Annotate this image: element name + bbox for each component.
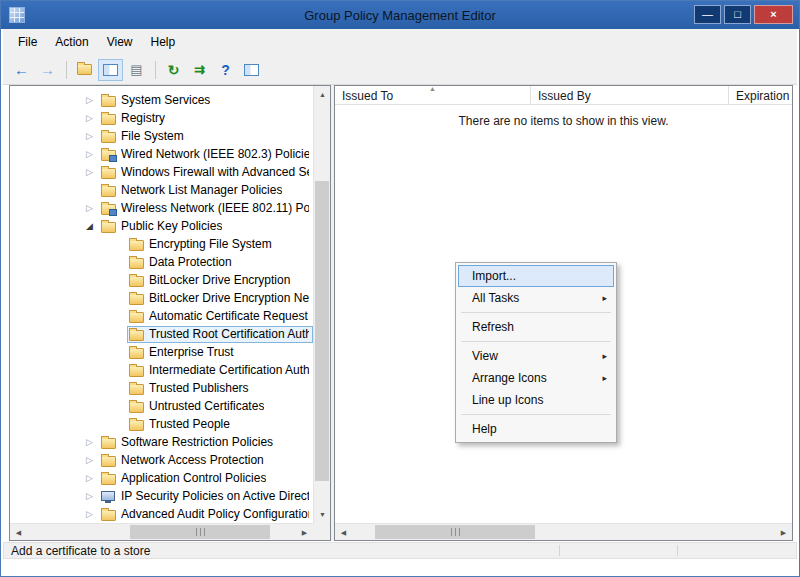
menu-separator bbox=[461, 312, 611, 313]
scrollbar-thumb[interactable] bbox=[130, 525, 270, 539]
menu-help[interactable]: Help bbox=[142, 31, 185, 53]
properties-button[interactable]: ▤ bbox=[124, 59, 149, 81]
tree-item-ip-security-policies[interactable]: ▷ IP Security Policies on Active Directo… bbox=[10, 487, 313, 505]
tree-item-trusted-people[interactable]: Trusted People bbox=[10, 415, 313, 433]
expand-collapse-icon[interactable]: ▷ bbox=[86, 491, 99, 501]
menu-item-refresh[interactable]: Refresh bbox=[458, 316, 614, 338]
expand-collapse-icon[interactable]: ▷ bbox=[86, 455, 99, 465]
expand-collapse-icon[interactable]: ▷ bbox=[86, 203, 99, 213]
up-one-level-button[interactable] bbox=[72, 59, 97, 81]
submenu-arrow-icon: ▸ bbox=[602, 351, 607, 361]
expand-collapse-icon[interactable]: ▷ bbox=[86, 437, 99, 447]
expand-collapse-icon[interactable]: ◢ bbox=[86, 221, 99, 231]
expand-collapse-icon[interactable]: ▷ bbox=[86, 113, 99, 123]
menu-item-label: Import... bbox=[472, 269, 516, 283]
expand-collapse-icon[interactable]: ▷ bbox=[86, 473, 99, 483]
tree-vertical-scrollbar[interactable]: ▲ ▼ bbox=[313, 86, 330, 523]
status-bar: Add a certificate to a store bbox=[3, 542, 797, 559]
column-header-issued-to[interactable]: Issued To ▲ bbox=[335, 86, 531, 104]
folder-icon bbox=[129, 366, 144, 377]
tree-item-system-services[interactable]: ▷ System Services bbox=[10, 91, 313, 109]
scrollbar-thumb[interactable] bbox=[315, 181, 329, 481]
menu-file[interactable]: File bbox=[9, 31, 46, 53]
expand-collapse-icon[interactable]: ▷ bbox=[86, 131, 99, 141]
tree-item-registry[interactable]: ▷ Registry bbox=[10, 109, 313, 127]
scroll-right-icon[interactable]: ▶ bbox=[775, 524, 792, 541]
refresh-button[interactable]: ↻ bbox=[161, 59, 186, 81]
tree-item-data-protection[interactable]: Data Protection bbox=[10, 253, 313, 271]
window-title: Group Policy Management Editor bbox=[304, 8, 495, 23]
help-button[interactable]: ? bbox=[213, 59, 238, 81]
tree-item-trusted-root-certification-authorities[interactable]: Trusted Root Certification Authorities bbox=[10, 325, 313, 343]
forward-button[interactable]: → bbox=[35, 59, 60, 81]
tree-item-untrusted-certificates[interactable]: Untrusted Certificates bbox=[10, 397, 313, 415]
folder-icon bbox=[129, 330, 144, 341]
scrollbar-thumb[interactable] bbox=[375, 525, 535, 539]
tree-item-network-access-protection[interactable]: ▷ Network Access Protection bbox=[10, 451, 313, 469]
tree-item-wireless-network[interactable]: ▷ Wireless Network (IEEE 802.11) Policie… bbox=[10, 199, 313, 217]
tree-item-wired-network[interactable]: ▷ Wired Network (IEEE 802.3) Policies bbox=[10, 145, 313, 163]
toolbar: ← → ▤ ↻ ⇉ ? bbox=[3, 55, 797, 85]
tree-item-label: Data Protection bbox=[149, 255, 232, 269]
tree-item-enterprise-trust[interactable]: Enterprise Trust bbox=[10, 343, 313, 361]
console-tree-pane: ▷ System Services ▷ Registry ▷ File Syst… bbox=[9, 85, 331, 541]
menu-item-label: Line up Icons bbox=[472, 393, 543, 407]
tree-item-trusted-publishers[interactable]: Trusted Publishers bbox=[10, 379, 313, 397]
folder-icon bbox=[101, 114, 116, 125]
group-policy-management-editor-window: Group Policy Management Editor — □ × Fil… bbox=[0, 0, 800, 577]
menu-action[interactable]: Action bbox=[46, 31, 97, 53]
menu-item-line-up-icons[interactable]: Line up Icons bbox=[458, 389, 614, 411]
main-area: ▷ System Services ▷ Registry ▷ File Syst… bbox=[9, 85, 793, 541]
tree-item-application-control-policies[interactable]: ▷ Application Control Policies bbox=[10, 469, 313, 487]
folder-icon bbox=[129, 402, 144, 413]
tree-item-encrypting-file-system[interactable]: Encrypting File System bbox=[10, 235, 313, 253]
action-pane-button[interactable] bbox=[239, 59, 264, 81]
tree: ▷ System Services ▷ Registry ▷ File Syst… bbox=[10, 86, 313, 523]
column-label: Issued By bbox=[538, 89, 591, 103]
back-button[interactable]: ← bbox=[9, 59, 34, 81]
tree-item-intermediate-certification-authorities[interactable]: Intermediate Certification Authorities bbox=[10, 361, 313, 379]
folder-icon bbox=[129, 258, 144, 269]
tree-item-network-list-manager[interactable]: Network List Manager Policies bbox=[10, 181, 313, 199]
minimize-button[interactable]: — bbox=[694, 5, 721, 24]
close-button[interactable]: × bbox=[754, 5, 793, 24]
scrollbar-corner bbox=[313, 523, 330, 540]
expand-collapse-icon[interactable]: ▷ bbox=[86, 167, 99, 177]
menu-item-all-tasks[interactable]: All Tasks ▸ bbox=[458, 287, 614, 309]
context-menu: Import... All Tasks ▸ Refresh View ▸ Arr… bbox=[455, 262, 617, 443]
scroll-right-icon[interactable]: ▶ bbox=[296, 524, 313, 541]
tree-horizontal-scrollbar[interactable]: ◀ ▶ bbox=[10, 523, 313, 540]
tree-item-label: Enterprise Trust bbox=[149, 345, 234, 359]
expand-collapse-icon[interactable]: ▷ bbox=[86, 509, 99, 519]
column-label: Issued To bbox=[342, 89, 393, 103]
column-header-issued-by[interactable]: Issued By bbox=[531, 86, 729, 104]
menu-item-help[interactable]: Help bbox=[458, 418, 614, 440]
maximize-button[interactable]: □ bbox=[724, 5, 751, 24]
tree-item-bitlocker[interactable]: BitLocker Drive Encryption bbox=[10, 271, 313, 289]
tree-item-label: Intermediate Certification Authorities bbox=[149, 363, 309, 377]
scroll-down-icon[interactable]: ▼ bbox=[314, 506, 331, 523]
folder-icon bbox=[101, 186, 116, 197]
tree-item-public-key-policies[interactable]: ◢ Public Key Policies bbox=[10, 217, 313, 235]
tree-item-file-system[interactable]: ▷ File System bbox=[10, 127, 313, 145]
tree-item-advanced-audit-policy[interactable]: ▷ Advanced Audit Policy Configuration bbox=[10, 505, 313, 523]
tree-item-automatic-certificate-request[interactable]: Automatic Certificate Request Settings bbox=[10, 307, 313, 325]
expand-collapse-icon[interactable]: ▷ bbox=[86, 149, 99, 159]
expand-collapse-icon[interactable]: ▷ bbox=[86, 95, 99, 105]
tree-item-windows-firewall[interactable]: ▷ Windows Firewall with Advanced Securit… bbox=[10, 163, 313, 181]
menu-item-view[interactable]: View ▸ bbox=[458, 345, 614, 367]
menu-item-arrange-icons[interactable]: Arrange Icons ▸ bbox=[458, 367, 614, 389]
show-console-tree-button[interactable] bbox=[98, 59, 123, 81]
menu-item-import[interactable]: Import... bbox=[458, 265, 614, 287]
folder-icon bbox=[101, 132, 116, 143]
scroll-up-icon[interactable]: ▲ bbox=[314, 86, 331, 103]
menu-view[interactable]: View bbox=[98, 31, 142, 53]
tree-item-software-restriction-policies[interactable]: ▷ Software Restriction Policies bbox=[10, 433, 313, 451]
export-list-button[interactable]: ⇉ bbox=[187, 59, 212, 81]
tree-item-label: Trusted People bbox=[149, 417, 230, 431]
tree-item-bitlocker-network-unlock[interactable]: BitLocker Drive Encryption Network Unloc… bbox=[10, 289, 313, 307]
scroll-left-icon[interactable]: ◀ bbox=[335, 524, 352, 541]
column-header-expiration-date[interactable]: Expiration Date bbox=[729, 86, 792, 104]
scroll-left-icon[interactable]: ◀ bbox=[10, 524, 27, 541]
list-horizontal-scrollbar[interactable]: ◀ ▶ bbox=[335, 523, 792, 540]
